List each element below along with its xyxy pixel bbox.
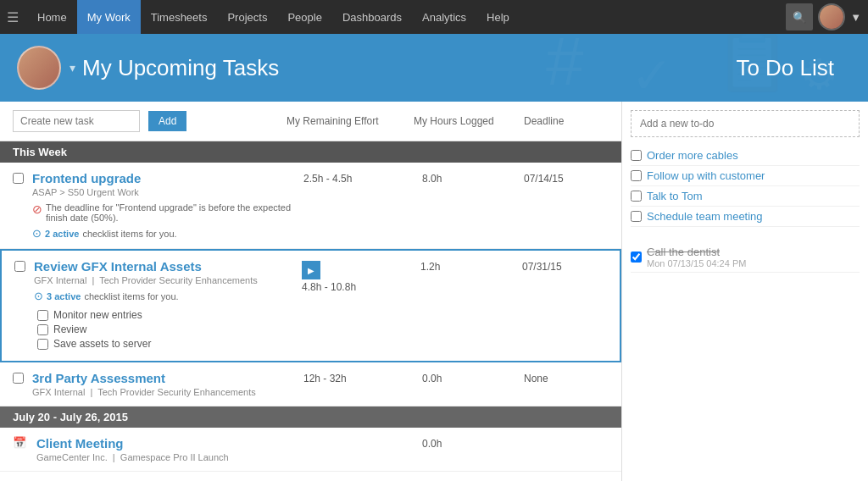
checklist-icon-gfx: ⊙ bbox=[34, 290, 43, 302]
task-title-frontend[interactable]: Frontend upgrade bbox=[32, 171, 141, 185]
task-row: Frontend upgrade ASAP > S50 Urgent Work … bbox=[0, 163, 621, 249]
task-effort-client-meeting bbox=[303, 436, 422, 438]
checklist-info-gfx: ⊙ 3 active checklist items for you. bbox=[34, 290, 302, 302]
page-title: My Upcoming Tasks bbox=[82, 55, 279, 81]
nav-dashboards[interactable]: Dashboards bbox=[332, 0, 412, 34]
nav-projects[interactable]: Projects bbox=[217, 0, 277, 34]
task-effort-gfx-wrapper: ▶ 4.8h - 10.8h bbox=[302, 259, 420, 293]
checklist-count-frontend: 2 active bbox=[45, 229, 79, 239]
task-row-client-meeting: 📅 Client Meeting GameCenter Inc. | Games… bbox=[0, 428, 621, 472]
checklist-item: Review bbox=[37, 323, 302, 335]
task-warning-frontend: ⊘ The deadline for "Frontend upgrade" is… bbox=[32, 202, 303, 223]
task-checkbox-gfx[interactable] bbox=[14, 261, 25, 272]
task-subtitle-3rdparty: GFX Internal | Tech Provider Security En… bbox=[32, 387, 303, 397]
calendar-icon-client: 📅 bbox=[13, 436, 28, 449]
nav-help[interactable]: Help bbox=[476, 0, 520, 34]
task-hours-3rdparty: 0.0h bbox=[422, 371, 524, 384]
task-info-3rdparty: 3rd Party Assessment GFX Internal | Tech… bbox=[32, 371, 303, 397]
todo-completed-section: Call the dentist Mon 07/13/15 04:24 PM bbox=[622, 237, 868, 278]
task-checkbox-3rdparty[interactable] bbox=[13, 373, 24, 384]
task-subtitle-gfx: GFX Internal | Tech Provider Security En… bbox=[34, 275, 302, 285]
task-subtitle-frontend: ASAP > S50 Urgent Work bbox=[32, 187, 303, 197]
task-row-3rdparty: 3rd Party Assessment GFX Internal | Tech… bbox=[0, 362, 621, 406]
week-header-this-week: This Week bbox=[0, 141, 621, 163]
nav-my-work[interactable]: My Work bbox=[77, 0, 141, 34]
nav-home[interactable]: Home bbox=[27, 0, 77, 34]
todo-label-followup[interactable]: Follow up with customer bbox=[647, 169, 765, 182]
add-task-button[interactable]: Add bbox=[148, 111, 186, 131]
nav-analytics[interactable]: Analytics bbox=[412, 0, 476, 34]
task-row-gfx: Review GFX Internal Assets GFX Internal … bbox=[0, 249, 621, 362]
checklist-checkbox-review[interactable] bbox=[37, 324, 48, 335]
task-area: Add My Remaining Effort My Hours Logged … bbox=[0, 102, 622, 481]
task-title-gfx[interactable]: Review GFX Internal Assets bbox=[34, 259, 202, 274]
todo-checkbox-followup[interactable] bbox=[631, 170, 642, 181]
checklist-count-gfx: 3 active bbox=[47, 291, 81, 301]
todo-checkbox-talktotom[interactable] bbox=[631, 191, 642, 202]
todo-checkbox-cables[interactable] bbox=[631, 150, 642, 161]
todo-item: Follow up with customer bbox=[631, 166, 860, 186]
todo-label-dentist[interactable]: Call the dentist bbox=[647, 246, 720, 258]
task-effort-gfx: 4.8h - 10.8h bbox=[302, 281, 356, 293]
task-deadline-3rdparty: None bbox=[524, 371, 609, 384]
week-header-july: July 20 - July 26, 2015 bbox=[0, 406, 621, 428]
header-dropdown-arrow[interactable]: ▾ bbox=[70, 61, 75, 75]
task-checkbox-frontend[interactable] bbox=[13, 173, 24, 184]
task-hours-frontend: 8.0h bbox=[422, 171, 524, 185]
col-header-effort: My Remaining Effort bbox=[287, 115, 405, 127]
checklist-label-frontend: checklist items for you. bbox=[82, 229, 176, 239]
task-hours-client-meeting: 0.0h bbox=[422, 436, 524, 450]
task-deadline-client-meeting bbox=[524, 436, 609, 438]
task-hours-gfx: 1.2h bbox=[420, 259, 522, 273]
checklist-info-frontend: ⊙ 2 active checklist items for you. bbox=[32, 227, 303, 240]
todo-completed-content: Call the dentist Mon 07/13/15 04:24 PM bbox=[647, 246, 746, 268]
task-deadline-frontend: 07/14/15 bbox=[524, 171, 609, 185]
todo-item: Order more cables bbox=[631, 146, 860, 166]
checklist-checkbox-save[interactable] bbox=[37, 339, 48, 350]
todo-panel-title: To Do List bbox=[736, 55, 834, 81]
task-deadline-gfx: 07/31/15 bbox=[522, 259, 607, 273]
user-avatar-nav[interactable] bbox=[818, 3, 845, 30]
nav-people[interactable]: People bbox=[277, 0, 331, 34]
checklist-items-gfx: Monitor new entries Review Save assets t… bbox=[34, 309, 302, 350]
page-header: # ✓ 📋 ⚙ ▾ My Upcoming Tasks To Do List bbox=[0, 34, 868, 102]
timer-button-gfx[interactable]: ▶ bbox=[302, 261, 320, 279]
search-button[interactable]: 🔍 bbox=[786, 3, 813, 30]
todo-label-schedule[interactable]: Schedule team meeting bbox=[647, 210, 763, 223]
task-info-client-meeting: Client Meeting GameCenter Inc. | Gamespa… bbox=[36, 436, 303, 462]
checklist-icon-frontend: ⊙ bbox=[32, 227, 42, 240]
task-info-frontend: Frontend upgrade ASAP > S50 Urgent Work … bbox=[32, 171, 303, 240]
navbar-right: 🔍 ▼ bbox=[786, 3, 861, 30]
main-content: Add My Remaining Effort My Hours Logged … bbox=[0, 102, 868, 481]
todo-checkbox-dentist[interactable] bbox=[631, 252, 642, 263]
create-task-input[interactable] bbox=[13, 110, 140, 132]
col-header-hours: My Hours Logged bbox=[414, 115, 515, 127]
user-avatar-header bbox=[17, 46, 61, 90]
todo-panel: Order more cables Follow up with custome… bbox=[622, 102, 868, 481]
svg-text:#: # bbox=[546, 34, 584, 99]
task-effort-3rdparty: 12h - 32h bbox=[303, 371, 422, 384]
todo-label-cables[interactable]: Order more cables bbox=[647, 149, 738, 162]
user-menu-arrow[interactable]: ▼ bbox=[850, 11, 861, 24]
task-info-gfx: Review GFX Internal Assets GFX Internal … bbox=[34, 259, 302, 352]
checklist-item-label-save: Save assets to server bbox=[53, 338, 151, 350]
checklist-item-label-review: Review bbox=[53, 323, 86, 335]
checklist-item-label-monitor: Monitor new entries bbox=[53, 309, 142, 321]
todo-item: Talk to Tom bbox=[631, 186, 860, 207]
task-title-3rdparty[interactable]: 3rd Party Assessment bbox=[32, 371, 165, 385]
checklist-checkbox-monitor[interactable] bbox=[37, 310, 48, 321]
svg-text:✓: ✓ bbox=[631, 47, 673, 102]
task-toolbar: Add My Remaining Effort My Hours Logged … bbox=[0, 102, 621, 141]
todo-checkbox-schedule[interactable] bbox=[631, 211, 642, 222]
todo-completed-time-dentist: Mon 07/13/15 04:24 PM bbox=[647, 258, 746, 268]
warning-text-frontend: The deadline for "Frontend upgrade" is b… bbox=[46, 202, 303, 223]
checklist-item: Monitor new entries bbox=[37, 309, 302, 321]
todo-items-list: Order more cables Follow up with custome… bbox=[622, 146, 868, 227]
nav-timesheets[interactable]: Timesheets bbox=[141, 0, 218, 34]
todo-add-input[interactable] bbox=[631, 110, 860, 137]
hamburger-icon[interactable]: ☰ bbox=[7, 9, 19, 25]
task-title-client-meeting[interactable]: Client Meeting bbox=[36, 436, 124, 451]
task-subtitle-client-meeting: GameCenter Inc. | Gamespace Pro II Launc… bbox=[36, 452, 303, 462]
checklist-item: Save assets to server bbox=[37, 338, 302, 350]
todo-label-talktotom[interactable]: Talk to Tom bbox=[647, 190, 703, 202]
